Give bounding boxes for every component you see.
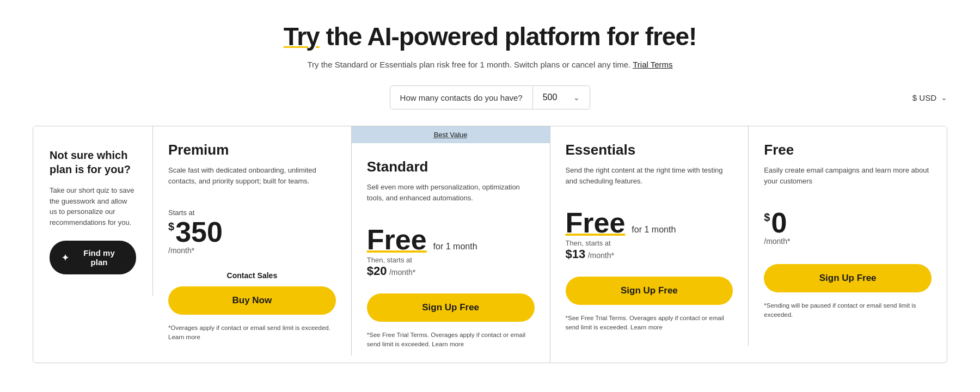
currency-label: $ USD: [912, 93, 936, 102]
quiz-body: Take our short quiz to save the guesswor…: [50, 185, 136, 228]
trial-terms-link[interactable]: Trial Terms: [633, 60, 672, 69]
free-period: /month*: [764, 237, 932, 249]
free-plan-name: Free: [764, 142, 932, 158]
plan-premium: Premium Scale fast with dedicated onboar…: [153, 126, 352, 356]
standard-free-label: Free: [367, 225, 427, 254]
star-icon: ✦: [62, 253, 69, 263]
contacts-label: How many contacts do you have?: [390, 87, 533, 109]
essentials-plan-name: Essentials: [566, 142, 733, 158]
premium-price-main: $ 350: [168, 218, 336, 246]
plan-standard: Best Value Standard Sell even more with …: [352, 126, 550, 363]
premium-disclaimer: *Overages apply if contact or email send…: [168, 323, 336, 342]
subtitle: Try the Standard or Essentials plan risk…: [33, 60, 947, 69]
page-header: Try the AI-powered platform for free! Tr…: [33, 22, 947, 69]
premium-period: /month*: [168, 246, 336, 258]
contacts-chevron-icon: ⌄: [573, 93, 580, 102]
standard-plan-desc: Sell even more with personalization, opt…: [367, 182, 535, 215]
free-amount: 0: [771, 209, 787, 237]
currency-chevron-icon: ⌄: [941, 93, 947, 102]
essentials-price-section: Free for 1 month Then, starts at $13 /mo…: [566, 209, 733, 261]
standard-cta-button[interactable]: Sign Up Free: [367, 293, 535, 322]
premium-cta-button[interactable]: Buy Now: [168, 286, 336, 315]
premium-starts-at: Starts at: [168, 209, 336, 217]
essentials-then-price: $13: [566, 247, 586, 261]
essentials-disclaimer: *See Free Trial Terms. Overages apply if…: [566, 314, 733, 333]
quiz-heading: Not sure which plan is for you?: [50, 148, 136, 176]
standard-disclaimer: *See Free Trial Terms. Overages apply if…: [367, 330, 535, 350]
quiz-panel: Not sure which plan is for you? Take our…: [33, 126, 153, 296]
standard-free-suffix: for 1 month: [433, 242, 477, 252]
premium-plan-name: Premium: [168, 142, 336, 158]
standard-then-starts: Then, starts at: [367, 256, 535, 264]
standard-then-period: /month*: [389, 268, 415, 277]
currency-selector[interactable]: $ USD ⌄: [912, 93, 947, 102]
standard-price-section: Free for 1 month Then, starts at $20 /mo…: [367, 225, 535, 278]
contacts-selector[interactable]: How many contacts do you have? 500 ⌄: [390, 85, 591, 109]
premium-amount: 350: [175, 218, 223, 246]
controls-row: How many contacts do you have? 500 ⌄ $ U…: [33, 85, 947, 109]
find-plan-label: Find my plan: [74, 248, 124, 267]
free-currency: $: [764, 212, 770, 223]
free-cta-button[interactable]: Sign Up Free: [764, 264, 932, 292]
standard-plan-name: Standard: [367, 158, 535, 175]
title-rest: the AI-powered platform for free!: [320, 22, 697, 51]
free-price-main: $ 0: [764, 209, 932, 237]
contacts-dropdown[interactable]: 500 ⌄: [533, 86, 590, 109]
essentials-free-suffix: for 1 month: [632, 225, 676, 235]
best-value-banner: Best Value: [352, 126, 550, 143]
essentials-plan-desc: Send the right content at the right time…: [566, 165, 733, 198]
find-plan-button[interactable]: ✦ Find my plan: [50, 241, 136, 274]
plan-free: Free Easily create email campaigns and l…: [749, 126, 947, 333]
contact-sales-text: Contact Sales: [168, 271, 336, 280]
free-price-section: $ 0 /month*: [764, 209, 932, 249]
essentials-free-label: Free: [566, 209, 626, 237]
plan-essentials: Essentials Send the right content at the…: [550, 126, 749, 346]
essentials-then-starts: Then, starts at: [566, 239, 733, 247]
standard-then-price-row: $20 /month*: [367, 264, 535, 278]
premium-price-section: Starts at $ 350 /month*: [168, 209, 336, 258]
plans-section: Not sure which plan is for you? Take our…: [33, 126, 947, 363]
page-title: Try the AI-powered platform for free!: [33, 22, 947, 51]
title-try: Try: [284, 22, 320, 51]
premium-plan-desc: Scale fast with dedicated onboarding, un…: [168, 165, 336, 198]
essentials-then-price-row: $13 /month*: [566, 247, 733, 261]
free-disclaimer: *Sending will be paused if contact or em…: [764, 301, 932, 320]
free-plan-desc: Easily create email campaigns and learn …: [764, 165, 932, 198]
essentials-cta-button[interactable]: Sign Up Free: [566, 277, 733, 305]
contacts-value: 500: [543, 93, 558, 102]
standard-then-price: $20: [367, 264, 387, 278]
best-value-link[interactable]: Best Value: [434, 131, 468, 139]
essentials-then-period: /month*: [588, 251, 614, 260]
premium-currency: $: [168, 221, 174, 232]
